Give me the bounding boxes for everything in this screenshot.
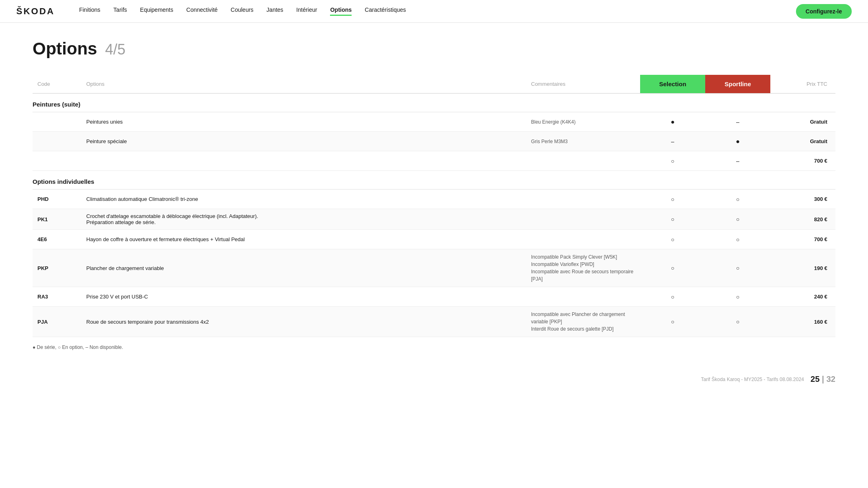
dot-empty-icon: ○ (736, 294, 739, 300)
page-title: Options 4/5 (33, 39, 835, 59)
nav-link-finitions[interactable]: Finitions (79, 7, 100, 16)
row-selection: ● (640, 114, 705, 130)
row-option: Roue de secours temporaire pour transmis… (81, 315, 526, 329)
row-prix: 700 € (770, 154, 835, 168)
section-peintures: Peintures (suite) (33, 94, 835, 112)
page-content: Options 4/5 Code Options Commentaires Se… (0, 23, 868, 408)
nav-link-jantes[interactable]: Jantes (267, 7, 283, 16)
row-sportline: ○ (705, 290, 770, 304)
row-sportline: ○ (705, 232, 770, 247)
row-selection: ○ (640, 232, 705, 247)
row-option: Hayon de coffre à ouverture et fermeture… (81, 232, 526, 246)
row-selection: ○ (640, 192, 705, 207)
table-row: ○ – 700 € (33, 151, 835, 171)
section-options-individuelles: Options individuelles (33, 171, 835, 190)
dot-empty-icon: ○ (736, 196, 739, 203)
row-code: PKP (33, 261, 81, 275)
dot-empty-icon: ○ (671, 318, 674, 325)
row-prix: 160 € (770, 315, 835, 329)
dot-empty-icon: ○ (736, 236, 739, 243)
row-comment: Gris Perle M3M3 (526, 134, 640, 149)
table-row: RA3 Prise 230 V et port USB-C ○ ○ 240 € (33, 287, 835, 307)
table-row: PK1 Crochet d'attelage escamotable à déb… (33, 209, 835, 230)
row-prix: Gratuit (770, 115, 835, 129)
table-header: Code Options Commentaires Selection Spor… (33, 75, 835, 94)
header-selection: Selection (640, 75, 705, 93)
nav-link-tarifs[interactable]: Tarifs (114, 7, 127, 16)
header-options: Options (81, 75, 526, 93)
nav-link-connectivite[interactable]: Connectivité (186, 7, 218, 16)
page-count: 4/5 (105, 41, 125, 58)
row-selection: ○ (640, 212, 705, 227)
footer-text: Tarif Škoda Karoq - MY2025 - Tarifs 08.0… (701, 377, 804, 382)
row-selection: ○ (640, 290, 705, 304)
dash-icon: – (671, 138, 674, 145)
nav-link-equipements[interactable]: Equipements (140, 7, 173, 16)
row-option: Peintures unies (81, 115, 526, 129)
row-sportline: – (705, 115, 770, 129)
dash-icon: – (736, 119, 739, 125)
dot-filled-icon: ● (736, 138, 740, 145)
row-selection: ○ (640, 314, 705, 329)
legend: ● De série, ○ En option, – Non disponibl… (33, 344, 835, 350)
row-sportline: ● (705, 134, 770, 149)
nav-link-interieur[interactable]: Intérieur (296, 7, 317, 16)
nav-links: Finitions Tarifs Equipements Connectivit… (79, 7, 796, 16)
row-prix: 240 € (770, 290, 835, 304)
row-prix: Gratuit (770, 134, 835, 148)
nav-link-couleurs[interactable]: Couleurs (231, 7, 254, 16)
row-selection: – (640, 134, 705, 149)
row-comment (526, 157, 640, 165)
table-row: PHD Climatisation automatique Climatroni… (33, 190, 835, 209)
row-code: RA3 (33, 290, 81, 304)
row-selection: ○ (640, 154, 705, 168)
table-row: 4E6 Hayon de coffre à ouverture et ferme… (33, 230, 835, 249)
row-comment (526, 195, 640, 203)
row-prix: 190 € (770, 261, 835, 275)
configurez-le-button[interactable]: Configurez-le (796, 4, 852, 19)
table-row: Peintures unies Bleu Energie (K4K4) ● – … (33, 112, 835, 132)
nav-link-options[interactable]: Options (330, 7, 352, 16)
dot-empty-icon: ○ (671, 294, 674, 300)
row-sportline: – (705, 154, 770, 168)
row-sportline: ○ (705, 212, 770, 227)
row-code: PHD (33, 192, 81, 206)
row-prix: 700 € (770, 232, 835, 246)
row-option (81, 157, 526, 165)
row-comment: Bleu Energie (K4K4) (526, 114, 640, 130)
row-comment: Incompatible avec Plancher de chargement… (526, 307, 640, 337)
nav-logo: ŠKODA (16, 6, 55, 17)
row-code: PK1 (33, 212, 81, 227)
dash-icon: – (736, 158, 739, 164)
row-code: PJA (33, 315, 81, 329)
row-comment (526, 293, 640, 301)
row-prix: 300 € (770, 192, 835, 206)
dot-empty-icon: ○ (671, 158, 674, 164)
footer-total: | 32 (822, 375, 835, 383)
row-selection: ○ (640, 261, 705, 275)
header-commentaires: Commentaires (526, 75, 640, 93)
row-code (33, 157, 81, 165)
dot-empty-icon: ○ (671, 236, 674, 243)
header-code: Code (33, 75, 81, 93)
row-sportline: ○ (705, 192, 770, 207)
dot-filled-icon: ● (671, 118, 675, 125)
row-option: Climatisation automatique Climatronic® t… (81, 192, 526, 206)
nav-link-caracteristiques[interactable]: Caractéristiques (365, 7, 406, 16)
header-sportline: Sportline (705, 75, 770, 93)
dot-empty-icon: ○ (671, 265, 674, 271)
row-prix: 820 € (770, 212, 835, 227)
table-row: Peinture spéciale Gris Perle M3M3 – ● Gr… (33, 132, 835, 151)
row-comment (526, 215, 640, 223)
row-code (33, 137, 81, 146)
dot-empty-icon: ○ (736, 216, 739, 222)
row-option: Prise 230 V et port USB-C (81, 290, 526, 304)
row-sportline: ○ (705, 314, 770, 329)
row-option: Plancher de chargement variable (81, 261, 526, 275)
navigation: ŠKODA Finitions Tarifs Equipements Conne… (0, 0, 868, 23)
row-code (33, 118, 81, 126)
footer-page: 25 | 32 (811, 375, 835, 384)
header-prix: Prix TTC (770, 75, 835, 93)
row-code: 4E6 (33, 232, 81, 246)
row-option: Peinture spéciale (81, 134, 526, 148)
